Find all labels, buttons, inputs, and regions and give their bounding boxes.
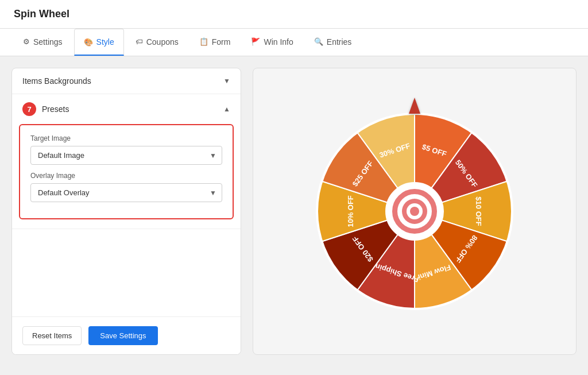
- tab-form[interactable]: 📋 Form: [190, 29, 240, 56]
- presets-title: Presets: [42, 105, 218, 114]
- preset-badge: 7: [22, 102, 36, 116]
- win-info-icon: 🚩: [251, 37, 260, 46]
- style-icon: 🎨: [84, 38, 93, 47]
- tabs-bar: ⚙ Settings 🎨 Style 🏷 Coupons 📋 Form 🚩 Wi…: [0, 29, 588, 56]
- overlay-image-select[interactable]: Default Overlay Custom Overlay 1 Custom …: [30, 183, 222, 202]
- items-backgrounds-section[interactable]: Items Backgrounds ▼: [12, 68, 241, 94]
- tab-win-info[interactable]: 🚩 Win Info: [242, 29, 302, 56]
- presets-chevron: ▲: [223, 105, 230, 113]
- target-image-select[interactable]: Default Image Custom Image 1 Custom Imag…: [30, 146, 222, 165]
- tab-settings[interactable]: ⚙ Settings: [14, 29, 72, 56]
- presets-section: 7 Presets ▲ Target Image Default Image C…: [12, 94, 241, 229]
- items-backgrounds-title: Items Backgrounds: [22, 76, 91, 86]
- svg-text:$10 OFF: $10 OFF: [474, 196, 483, 226]
- page-header: Spin Wheel: [0, 0, 588, 29]
- main-content: Items Backgrounds ▼ 7 Presets ▲ Target I…: [0, 56, 588, 366]
- tab-entries[interactable]: 🔍 Entries: [305, 29, 361, 56]
- items-backgrounds-chevron: ▼: [223, 77, 230, 85]
- target-image-label: Target Image: [30, 134, 222, 142]
- right-panel: $5 OFF50% OFF$10 OFF80% OFFFlow MiniFree…: [253, 68, 577, 355]
- app-container: Spin Wheel ⚙ Settings 🎨 Style 🏷 Coupons …: [0, 0, 588, 375]
- overlay-image-label: Overlay Image: [30, 172, 222, 180]
- save-settings-button[interactable]: Save Settings: [88, 326, 157, 345]
- coupons-icon: 🏷: [136, 37, 143, 46]
- tab-style[interactable]: 🎨 Style: [74, 29, 124, 56]
- reset-items-button[interactable]: Reset Items: [22, 326, 82, 345]
- tab-coupons[interactable]: 🏷 Coupons: [126, 29, 188, 56]
- bottom-actions: Reset Items Save Settings: [12, 316, 241, 354]
- svg-point-17: [410, 207, 419, 216]
- left-panel: Items Backgrounds ▼ 7 Presets ▲ Target I…: [11, 68, 241, 355]
- presets-content: Target Image Default Image Custom Image …: [19, 124, 234, 219]
- target-image-select-wrapper: Default Image Custom Image 1 Custom Imag…: [30, 146, 222, 165]
- page-title: Spin Wheel: [14, 8, 69, 20]
- wheel-pointer: [409, 98, 420, 114]
- entries-icon: 🔍: [314, 37, 323, 46]
- presets-header[interactable]: 7 Presets ▲: [12, 94, 241, 124]
- svg-text:10% OFF: 10% OFF: [346, 195, 355, 227]
- overlay-image-select-wrapper: Default Overlay Custom Overlay 1 Custom …: [30, 183, 222, 202]
- form-icon: 📋: [199, 37, 208, 46]
- wheel-svg: $5 OFF50% OFF$10 OFF80% OFFFlow MiniFree…: [311, 108, 518, 315]
- settings-icon: ⚙: [23, 37, 30, 46]
- wheel-container: $5 OFF50% OFF$10 OFF80% OFFFlow MiniFree…: [311, 108, 518, 315]
